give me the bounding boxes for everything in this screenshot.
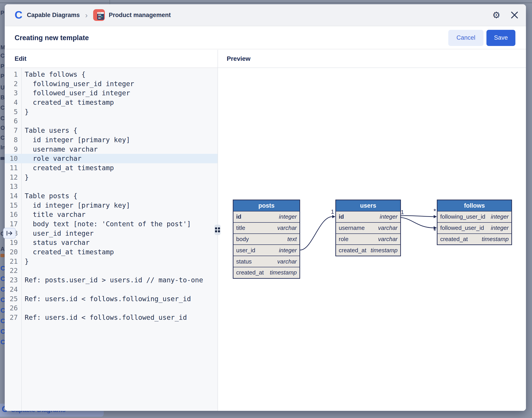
- code-editor[interactable]: 1Table follows {2 following_user_id inte…: [5, 68, 218, 411]
- chevron-right-icon: ›: [85, 11, 87, 19]
- preview-panel-label: Preview: [227, 55, 251, 62]
- cardinality-label: 1: [331, 208, 334, 215]
- code-text: Ref: users.id < follows.following_user_i…: [18, 294, 191, 304]
- diagram-preview-canvas[interactable]: *111** postsidintegertitlevarcharbodytex…: [218, 68, 526, 411]
- field-type: timestamp: [371, 247, 398, 254]
- field-type: timestamp: [482, 236, 509, 243]
- line-number: 19: [5, 238, 18, 247]
- code-text: Table follows {: [18, 70, 85, 79]
- breadcrumb-page-name: Product management: [109, 12, 171, 19]
- code-text: [18, 116, 25, 126]
- code-text: created_at timestamp: [18, 98, 114, 107]
- code-text: role varchar: [18, 154, 82, 163]
- code-line: 23Ref: posts.user_id > users.id // many-…: [5, 275, 218, 285]
- field-type: integer: [380, 213, 398, 220]
- field-type: integer: [491, 224, 509, 232]
- connector-users-id-to-follows-followed_user_id: [401, 218, 434, 228]
- code-text: following_user_id integer: [18, 79, 134, 89]
- connector-posts-user_id-to-users-id: [300, 217, 332, 250]
- db-table-users[interactable]: usersidintegerusernamevarcharrolevarchar…: [335, 200, 401, 256]
- field-type: varchar: [277, 224, 297, 232]
- connector-users-id-to-follows-following_user_id: [401, 216, 434, 217]
- line-number: 5: [5, 107, 18, 116]
- expand-sidebar-button[interactable]: [3, 228, 16, 239]
- code-text: Table users {: [18, 126, 77, 135]
- background-panel-divider: [109, 0, 110, 4]
- table-row: idinteger: [233, 211, 300, 222]
- code-line: 2 following_user_id integer: [5, 79, 218, 89]
- code-text: followed_user_id integer: [18, 88, 130, 98]
- code-line: 18 user_id integer: [5, 229, 218, 238]
- db-table-posts[interactable]: postsidintegertitlevarcharbodytextuser_i…: [233, 200, 300, 279]
- code-text: username varchar: [18, 145, 98, 154]
- table-row: created_attimestamp: [336, 244, 400, 256]
- table-row: created_attimestamp: [437, 233, 511, 245]
- code-text: status varchar: [18, 238, 90, 247]
- save-button[interactable]: Save: [486, 30, 515, 46]
- code-line: 12}: [5, 173, 218, 182]
- table-header: users: [336, 200, 400, 211]
- close-button[interactable]: [511, 11, 518, 19]
- code-line: 26: [5, 303, 218, 313]
- field-name: username: [339, 224, 365, 232]
- code-line: 16 title varchar: [5, 210, 218, 219]
- code-line: 7Table users {: [5, 126, 218, 135]
- code-line: 3 followed_user_id integer: [5, 88, 218, 98]
- cardinality-label: *: [434, 207, 436, 215]
- table-row: usernamevarchar: [336, 222, 400, 233]
- cancel-button[interactable]: Cancel: [448, 30, 484, 46]
- modal-title-row: Creating new template Cancel Save: [5, 27, 526, 49]
- code-line: 19 status varchar: [5, 238, 218, 247]
- field-name: created_at: [440, 236, 468, 243]
- field-type: integer: [279, 247, 297, 254]
- capable-diagrams-logo: C: [15, 10, 23, 20]
- code-line: 15 id integer [primary key]: [5, 201, 218, 210]
- code-line: 10 role varchar: [5, 154, 218, 163]
- pane-resize-handle[interactable]: [215, 225, 220, 235]
- line-number: 3: [5, 88, 18, 98]
- line-number: 12: [5, 173, 18, 182]
- table-row: bodytext: [233, 233, 300, 245]
- screen: PrMClPrPrUIByCaCaOuClInCrAFCCCCCCCC C Ca…: [0, 0, 532, 418]
- line-number: 26: [5, 303, 18, 313]
- line-number: 16: [5, 210, 18, 219]
- background-window-edge: [0, 2, 532, 3]
- close-icon: [511, 11, 518, 19]
- settings-button[interactable]: ⚙: [492, 11, 511, 20]
- code-line: 20 created_at timestamp: [5, 247, 218, 257]
- table-row: idinteger: [336, 211, 400, 222]
- code-line: 17 body text [note: 'Content of the post…: [5, 219, 218, 229]
- code-text: Ref: posts.user_id > users.id // many-to…: [18, 275, 203, 285]
- page-title: Creating new template: [15, 34, 89, 42]
- line-number: 25: [5, 294, 18, 304]
- line-number: 11: [5, 163, 18, 173]
- code-text: }: [18, 257, 29, 266]
- code-line: 21}: [5, 257, 218, 266]
- field-type: integer: [491, 213, 509, 220]
- field-name: id: [339, 213, 344, 220]
- line-number: 13: [5, 182, 18, 191]
- line-number: 9: [5, 145, 18, 154]
- db-table-follows[interactable]: followsfollowing_user_idintegerfollowed_…: [437, 200, 512, 245]
- field-name: id: [236, 213, 241, 220]
- table-row: user_idinteger: [233, 244, 300, 256]
- line-number: 27: [5, 313, 18, 322]
- line-number: 8: [5, 135, 18, 145]
- code-text: id integer [primary key]: [18, 135, 130, 145]
- table-row: rolevarchar: [336, 233, 400, 245]
- breadcrumb-app-name[interactable]: Capable Diagrams: [27, 12, 80, 19]
- field-type: varchar: [378, 224, 398, 232]
- field-name: title: [236, 224, 245, 232]
- code-text: created_at timestamp: [18, 247, 114, 257]
- field-name: followed_user_id: [440, 224, 484, 232]
- code-line: 11 created_at timestamp: [5, 163, 218, 173]
- field-type: varchar: [378, 236, 398, 243]
- code-text: user_id integer: [18, 229, 94, 238]
- code-text: [18, 285, 25, 294]
- field-name: created_at: [339, 247, 366, 254]
- field-name: status: [236, 258, 252, 265]
- code-text: [18, 182, 25, 191]
- code-text: created_at timestamp: [18, 163, 114, 173]
- code-text: body text [note: 'Content of the post']: [18, 219, 191, 229]
- table-header: posts: [233, 200, 300, 211]
